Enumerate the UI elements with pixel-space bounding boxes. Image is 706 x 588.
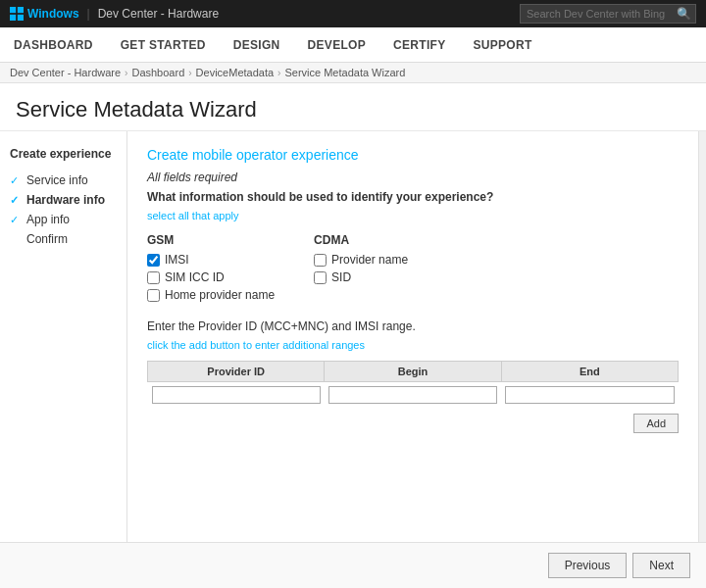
nav-develop[interactable]: DEVELOP <box>304 27 370 63</box>
search-icon[interactable]: 🔍 <box>673 7 695 21</box>
next-button[interactable]: Next <box>632 553 690 578</box>
cdma-title: CDMA <box>314 233 408 247</box>
gsm-home-provider-input[interactable] <box>147 289 160 302</box>
sidebar: Create experience ✓ Service info ✓ Hardw… <box>0 131 127 588</box>
cdma-provider-name-input[interactable] <box>314 254 327 267</box>
table-header-end: End <box>501 362 678 382</box>
svg-rect-2 <box>10 15 16 21</box>
sidebar-check-2: ✓ <box>10 214 22 226</box>
breadcrumb-sep-0: › <box>125 68 127 78</box>
svg-rect-0 <box>10 7 16 13</box>
breadcrumb-sep-1: › <box>188 68 191 78</box>
cdma-sid-input[interactable] <box>314 271 327 284</box>
add-button[interactable]: Add <box>633 414 679 433</box>
sidebar-item-hardware-info[interactable]: ✓ Hardware info <box>10 190 117 210</box>
breadcrumb-item-1[interactable]: Dashboard <box>131 67 184 78</box>
sidebar-label-3: Confirm <box>26 232 68 246</box>
begin-input[interactable] <box>328 386 497 404</box>
cdma-sid-label: SID <box>331 270 351 284</box>
gsm-home-provider-label: Home provider name <box>165 288 275 302</box>
svg-rect-1 <box>18 7 24 13</box>
sidebar-check-1: ✓ <box>10 194 22 207</box>
windows-label: Windows <box>27 7 79 21</box>
nav-dashboard[interactable]: DASHBOARD <box>10 27 97 63</box>
sidebar-check-0: ✓ <box>10 174 22 187</box>
previous-button[interactable]: Previous <box>548 553 628 578</box>
provider-table: Provider ID Begin End <box>147 361 679 408</box>
breadcrumb-item-0[interactable]: Dev Center - Hardware <box>10 67 121 78</box>
nav-get-started[interactable]: GET STARTED <box>117 27 210 63</box>
checkboxes-row: GSM IMSI SIM ICC ID Home provider name C… <box>147 233 679 306</box>
nav-certify[interactable]: CERTIFY <box>389 27 449 63</box>
sidebar-item-service-info[interactable]: ✓ Service info <box>10 171 117 190</box>
sidebar-label-1: Hardware info <box>26 193 105 207</box>
top-bar: Windows | Dev Center - Hardware 🔍 <box>0 0 706 27</box>
question-text: What information should be used to ident… <box>147 190 679 204</box>
windows-icon <box>10 7 24 21</box>
breadcrumb-sep-2: › <box>277 68 280 78</box>
provider-text: Enter the Provider ID (MCC+MNC) and IMSI… <box>147 319 679 333</box>
gsm-home-provider-checkbox[interactable]: Home provider name <box>147 288 275 302</box>
windows-logo: Windows <box>10 7 79 21</box>
top-bar-title: Dev Center - Hardware <box>98 7 219 21</box>
sidebar-item-confirm[interactable]: ✓ Confirm <box>10 229 117 249</box>
page-title-area: Service Metadata Wizard <box>0 83 706 131</box>
gsm-imsi-checkbox[interactable]: IMSI <box>147 253 275 267</box>
svg-rect-3 <box>18 15 24 21</box>
sidebar-label-0: Service info <box>26 173 88 187</box>
sidebar-item-app-info[interactable]: ✓ App info <box>10 210 117 229</box>
gsm-group: GSM IMSI SIM ICC ID Home provider name <box>147 233 275 306</box>
main-area: Create mobile operator experience All fi… <box>127 131 698 588</box>
table-input-row <box>148 382 679 409</box>
gsm-title: GSM <box>147 233 275 247</box>
table-cell-begin[interactable] <box>325 382 501 409</box>
breadcrumb-item-3: Service Metadata Wizard <box>284 67 405 78</box>
cdma-provider-name-checkbox[interactable]: Provider name <box>314 253 408 267</box>
end-input[interactable] <box>505 386 674 404</box>
provider-id-input[interactable] <box>152 386 321 404</box>
gsm-sim-icc-checkbox[interactable]: SIM ICC ID <box>147 270 275 284</box>
sidebar-heading: Create experience <box>10 147 117 161</box>
table-cell-end[interactable] <box>501 382 678 409</box>
cdma-sid-checkbox[interactable]: SID <box>314 270 408 284</box>
add-range-link[interactable]: click the add button to enter additional… <box>147 339 365 351</box>
breadcrumb-item-2[interactable]: DeviceMetadata <box>196 67 275 78</box>
section-title: Create mobile operator experience <box>147 147 679 163</box>
gsm-imsi-input[interactable] <box>147 254 160 267</box>
top-bar-separator: | <box>87 7 90 21</box>
table-header-provider-id: Provider ID <box>148 362 325 382</box>
gsm-sim-icc-label: SIM ICC ID <box>165 270 225 284</box>
table-header-begin: Begin <box>325 362 501 382</box>
page-content: Create experience ✓ Service info ✓ Hardw… <box>0 131 706 588</box>
nav-support[interactable]: SUPPORT <box>469 27 535 63</box>
cdma-group: CDMA Provider name SID <box>314 233 408 306</box>
sidebar-label-2: App info <box>26 213 70 226</box>
nav-bar: DASHBOARD GET STARTED DESIGN DEVELOP CER… <box>0 27 706 63</box>
gsm-imsi-label: IMSI <box>165 253 189 267</box>
table-cell-provider-id[interactable] <box>148 382 325 409</box>
search-input[interactable] <box>521 8 673 20</box>
search-box[interactable]: 🔍 <box>520 4 696 24</box>
cdma-provider-name-label: Provider name <box>331 253 408 267</box>
page-title: Service Metadata Wizard <box>16 97 690 122</box>
right-scrollbar[interactable] <box>698 131 706 588</box>
nav-design[interactable]: DESIGN <box>229 27 284 63</box>
breadcrumb: Dev Center - Hardware › Dashboard › Devi… <box>0 63 706 83</box>
all-fields-required: All fields required <box>147 171 679 184</box>
page-footer: Previous Next <box>0 542 706 588</box>
gsm-sim-icc-input[interactable] <box>147 271 160 284</box>
select-all-link[interactable]: select all that apply <box>147 210 239 221</box>
